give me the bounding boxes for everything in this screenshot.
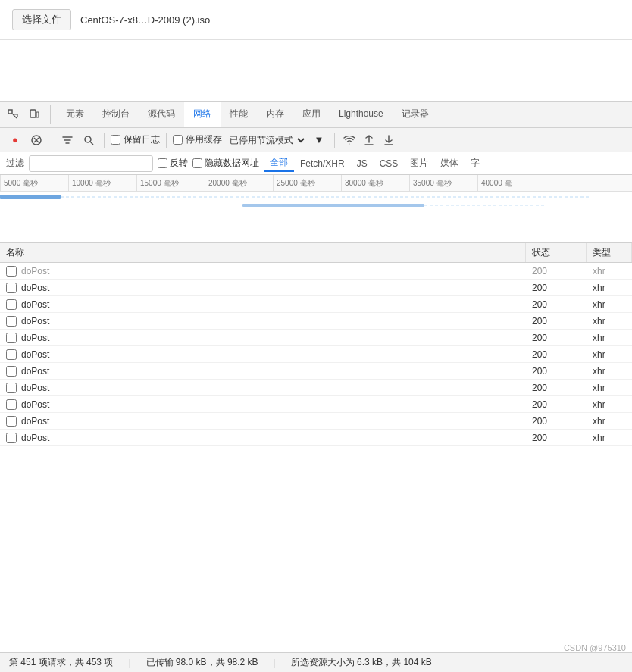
svg-rect-10 [0,195,61,199]
row-checkbox[interactable] [6,333,17,343]
status-transferred: 已传输 98.0 kB，共 98.2 kB [146,656,274,669]
tab-network[interactable]: 网络 [184,102,221,128]
tab-sources[interactable]: 源代码 [139,102,184,128]
table-row[interactable]: doPost200xhr [0,363,632,380]
td-name: doPost [0,264,526,278]
network-table: 名称 状态 类型 doPost200xhrdoPost200xhrdoPost2… [0,243,632,446]
td-type: xhr [587,281,632,295]
hide-data-urls-label[interactable]: 隐藏数据网址 [192,157,259,170]
tab-performance[interactable]: 性能 [221,102,257,128]
tab-elements[interactable]: 元素 [57,102,93,128]
row-checkbox[interactable] [6,266,17,277]
download-icon [384,135,393,145]
svg-rect-0 [8,110,12,114]
preserve-log-label: 保留日志 [124,133,160,146]
status-resources: 所选资源大小为 6.3 kB，共 104 kB [291,656,447,669]
table-row[interactable]: doPost200xhr [0,346,632,363]
disable-cache-checkbox-label[interactable]: 停用缓存 [173,133,222,146]
td-type: xhr [587,298,632,311]
filter-button[interactable] [58,131,77,149]
row-name-text: doPost [21,299,49,310]
toolbar-divider-3 [166,133,167,148]
header-type: 类型 [587,243,632,262]
tab-list: 元素控制台源代码网络性能内存应用Lighthouse记录器 [57,102,438,128]
type-tabs: 全部Fetch/XHRJSCSS图片媒体字 [264,155,486,172]
type-tab-more[interactable]: 字 [465,155,486,171]
type-tab-media[interactable]: 媒体 [434,155,465,171]
td-status: 200 [526,364,587,378]
table-row[interactable]: doPost200xhr [0,396,632,413]
stop-icon [31,135,42,145]
throttle-dropdown-btn[interactable]: ▼ [310,131,328,149]
record-button[interactable]: ● [6,131,24,149]
device-toggle-btn[interactable] [24,105,44,124]
row-checkbox[interactable] [6,399,17,410]
type-tab-all[interactable]: 全部 [264,155,294,172]
td-name: doPost [0,348,526,361]
ruler-tick: 40000 毫 [477,175,546,191]
td-status: 200 [526,331,587,345]
tab-console[interactable]: 控制台 [93,102,139,128]
row-checkbox[interactable] [6,433,17,443]
wifi-icon [343,136,355,145]
preserve-log-checkbox[interactable] [111,135,120,145]
wifi-icon-btn[interactable] [341,132,358,148]
td-name: doPost [0,431,526,445]
row-name-text: doPost [21,399,49,410]
type-tab-img[interactable]: 图片 [404,155,434,171]
row-checkbox[interactable] [6,383,17,393]
row-checkbox[interactable] [6,283,17,293]
toolbar-divider-1 [52,133,52,148]
td-name: doPost [0,331,526,345]
row-checkbox[interactable] [6,299,17,310]
filter-label: 过滤 [6,157,24,170]
table-row[interactable]: doPost200xhr [0,330,632,346]
row-checkbox[interactable] [6,366,17,377]
tab-lighthouse[interactable]: Lighthouse [330,102,393,128]
table-row[interactable]: doPost200xhr [0,380,632,396]
table-body: doPost200xhrdoPost200xhrdoPost200xhrdoPo… [0,263,632,446]
td-type: xhr [587,398,632,411]
stop-recording-button[interactable] [27,131,45,149]
table-row[interactable]: doPost200xhr [0,296,632,313]
table-row[interactable]: doPost200xhr [0,263,632,280]
row-checkbox[interactable] [6,316,17,327]
throttle-select[interactable]: 已停用节流模式 [225,133,307,147]
table-row[interactable]: doPost200xhr [0,413,632,430]
ruler-tick: 35000 毫秒 [409,175,477,191]
row-checkbox[interactable] [6,416,17,427]
row-name-text: doPost [21,333,49,343]
type-tab-fetchxhr[interactable]: Fetch/XHR [294,157,351,170]
type-tab-js[interactable]: JS [351,157,374,170]
tab-memory[interactable]: 内存 [257,102,293,128]
preserve-log-checkbox-label[interactable]: 保留日志 [111,133,160,146]
download-icon-btn[interactable] [380,132,397,148]
timeline-area: 5000 毫秒10000 毫秒15000 毫秒20000 毫秒25000 毫秒3… [0,175,632,243]
table-row[interactable]: doPost200xhr [0,280,632,296]
tab-recorder[interactable]: 记录器 [393,102,438,128]
td-status: 200 [526,381,587,395]
row-checkbox[interactable] [6,349,17,360]
filter-input[interactable] [29,155,153,172]
devtools-tab-bar: 元素控制台源代码网络性能内存应用Lighthouse记录器 [0,102,632,128]
inspect-icon-btn[interactable] [3,105,23,124]
ruler-tick: 30000 毫秒 [341,175,409,191]
disable-cache-checkbox[interactable] [173,135,183,145]
table-row[interactable]: doPost200xhr [0,430,632,446]
reverse-checkbox[interactable] [158,158,167,168]
timeline-ruler: 5000 毫秒10000 毫秒15000 毫秒20000 毫秒25000 毫秒3… [0,175,632,192]
row-name-text: doPost [21,383,49,393]
svg-line-7 [90,142,93,145]
upload-icon-btn[interactable] [361,132,377,148]
hide-data-urls-checkbox[interactable] [192,158,202,168]
hide-data-urls-text: 隐藏数据网址 [205,157,259,170]
search-button[interactable] [80,131,98,149]
file-name-label: CentOS-7-x8…D-2009 (2).iso [80,14,210,26]
choose-file-button[interactable]: 选择文件 [12,9,71,30]
reverse-checkbox-label[interactable]: 反转 [158,157,188,170]
td-type: xhr [587,364,632,378]
tab-application[interactable]: 应用 [293,102,330,128]
type-tab-css[interactable]: CSS [374,157,405,170]
status-requests: 第 451 项请求，共 453 项 [9,656,128,669]
table-row[interactable]: doPost200xhr [0,313,632,330]
